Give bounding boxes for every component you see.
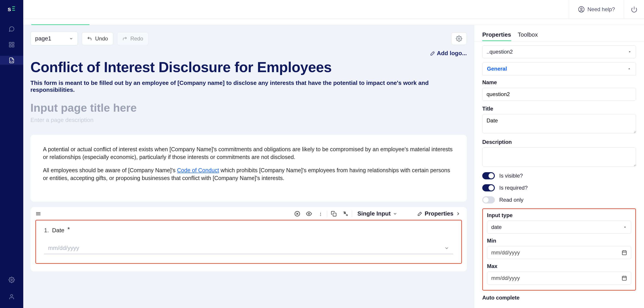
panel-tabs: Properties Toolbox [474,25,644,41]
wand-icon [430,51,435,56]
input-name[interactable] [482,88,636,101]
page-description-input[interactable]: Enter a page description [30,117,467,124]
question-number: 1. [44,227,49,234]
need-help-button[interactable]: Need help? [569,0,624,18]
question-type-dropdown[interactable]: Single Input [356,210,399,217]
duplicate-button[interactable] [331,211,337,217]
canvas-area: page1 Undo Redo [23,25,474,308]
accordion-general-label: General [487,66,507,72]
svg-point-6 [10,295,12,297]
svg-rect-19 [622,251,626,255]
tab-properties[interactable]: Properties [482,29,511,41]
calendar-icon [622,250,627,255]
toggle-is-required[interactable] [482,184,495,191]
caret-up-icon [627,67,631,71]
svg-text:s: s [8,5,11,12]
form-title[interactable]: Conflict of Interest Disclosure for Empl… [30,59,467,75]
label-auto-complete: Auto complete [482,295,636,301]
power-button[interactable] [624,0,644,18]
wand-icon [418,211,422,216]
svg-point-10 [458,38,460,39]
undo-icon [87,36,92,41]
input-description[interactable] [482,148,636,167]
redo-label: Redo [130,35,143,42]
tab-toolbox[interactable]: Toolbox [518,29,538,41]
accordion-general[interactable]: General [482,62,636,75]
select-input-type[interactable]: date [487,221,631,234]
question-toolbar: Single Input Properties [34,209,463,218]
add-logo-label: Add logo... [437,50,467,57]
question-label: Date [52,227,64,234]
left-sidebar: s [0,0,23,308]
select-input-type-value: date [491,224,502,230]
logo: s [7,4,16,13]
label-read-only: Read only [499,197,524,203]
toggle-read-only[interactable] [482,196,495,203]
page-title-input[interactable]: Input page title here [30,101,467,114]
sidebar-nav-dashboard[interactable] [0,40,23,49]
chevron-down-icon [393,211,397,216]
input-type-highlight: Input type date Min mm/dd/yyyy Max mm/d [482,208,636,291]
input-min-date[interactable]: mm/dd/yyyy [487,246,631,259]
input-title[interactable]: Date [482,114,636,133]
info-paragraph-1: A potential or actual conflict of intere… [43,146,454,161]
required-toggle-button[interactable] [318,211,324,217]
power-icon [631,6,638,13]
label-description: Description [482,139,636,145]
svg-point-17 [308,213,310,214]
chevron-right-icon [456,211,460,216]
calendar-icon [622,275,627,281]
page-selector-label: page1 [35,35,51,42]
translate-button[interactable] [342,211,348,217]
visibility-button[interactable] [306,211,312,217]
page-selector[interactable]: page1 [30,32,78,45]
need-help-label: Need help? [588,6,615,12]
sidebar-nav-settings[interactable] [0,275,23,284]
label-min: Min [487,238,631,244]
svg-rect-1 [10,42,11,44]
date-input[interactable]: mm/dd/yyyy [44,243,453,254]
right-panel: Properties Toolbox ..question2 General N… [474,25,644,308]
label-is-required: Is required? [499,185,528,191]
toggle-is-visible[interactable] [482,172,495,179]
sidebar-nav-forms[interactable] [0,56,23,65]
code-of-conduct-link[interactable]: Code of Conduct [177,167,219,173]
add-logo-button[interactable]: Add logo... [30,50,467,57]
undo-label: Undo [95,35,108,42]
info-text-block[interactable]: A potential or actual conflict of intere… [30,135,467,202]
required-mark: * [68,226,70,233]
svg-rect-4 [10,45,11,47]
sidebar-nav-profile[interactable] [0,292,23,301]
label-max: Max [487,263,631,269]
tab-strip [23,19,644,25]
canvas-toolbar: page1 Undo Redo [30,32,467,45]
delete-question-button[interactable] [294,211,300,217]
undo-button[interactable]: Undo [82,32,113,45]
svg-point-7 [579,6,584,12]
svg-rect-2 [12,42,14,44]
canvas-settings-button[interactable] [451,32,467,45]
redo-icon [122,36,127,41]
chevron-down-icon [69,37,73,41]
label-input-type: Input type [487,212,631,218]
gear-icon [456,35,462,42]
element-selector-value: ..question2 [486,49,513,55]
drag-handle-icon[interactable] [35,211,41,217]
input-max-date[interactable]: mm/dd/yyyy [487,272,631,285]
caret-down-icon [623,225,627,229]
max-date-placeholder: mm/dd/yyyy [491,275,520,281]
question-selected-outline[interactable]: 1. Date * mm/dd/yyyy [35,220,462,264]
label-title: Title [482,106,636,112]
open-properties-button[interactable]: Properties [418,210,460,217]
active-tab-underline [31,24,90,25]
sidebar-nav-chat[interactable] [0,24,23,33]
form-subtitle[interactable]: This form is meant to be filled out by a… [30,80,467,93]
svg-point-8 [580,8,582,9]
svg-rect-3 [12,45,14,47]
help-icon [578,6,585,13]
min-date-placeholder: mm/dd/yyyy [491,250,520,256]
element-selector-dropdown[interactable]: ..question2 [482,45,636,58]
question-block: Single Input Properties [30,207,467,271]
question-type-label: Single Input [358,210,391,217]
label-name: Name [482,79,636,86]
